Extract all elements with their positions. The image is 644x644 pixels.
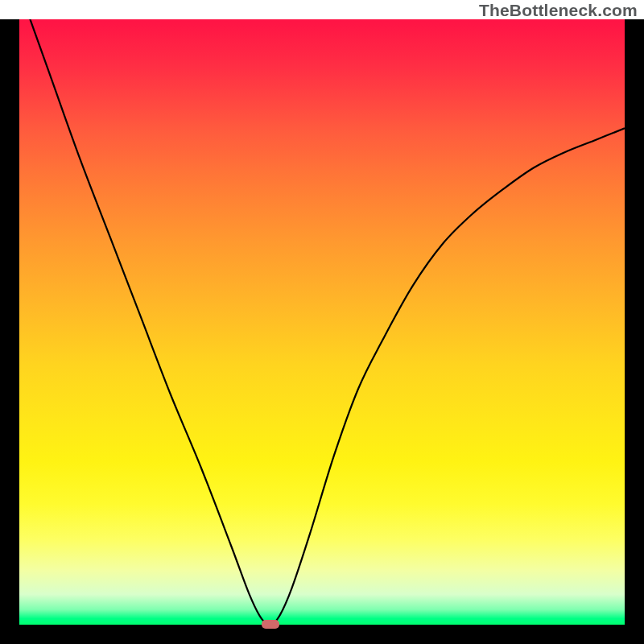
site-watermark: TheBottleneck.com	[479, 1, 638, 20]
min-marker	[262, 620, 279, 629]
plot-area	[19, 19, 625, 625]
chart-container: TheBottleneck.com	[0, 0, 644, 644]
bottleneck-curve	[19, 19, 625, 625]
plot-frame	[0, 19, 644, 644]
curve-path	[19, 19, 625, 625]
